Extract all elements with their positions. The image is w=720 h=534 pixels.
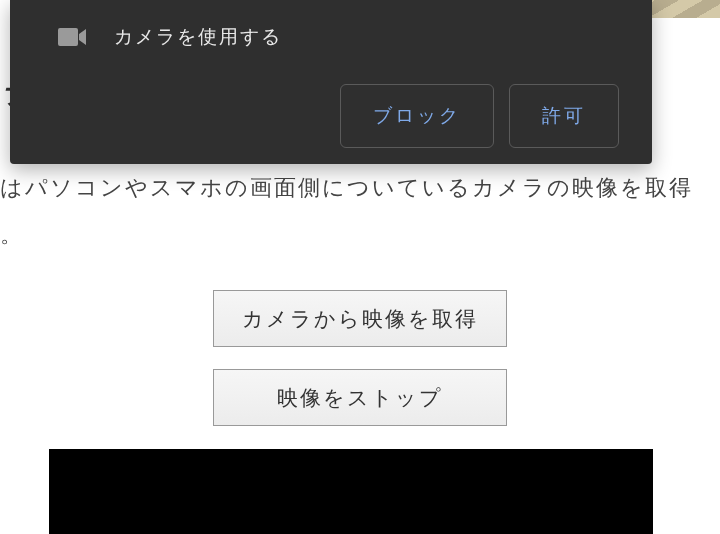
page-description: はパソコンやスマホの画面側についているカメラの映像を取得 [0,173,720,203]
page-description-tail: 。 [0,220,22,250]
block-button[interactable]: ブロック [340,84,494,148]
page-button-column: カメラから映像を取得 映像をストップ [0,290,720,426]
dialog-title: カメラを使用する [114,24,282,50]
get-video-button[interactable]: カメラから映像を取得 [213,290,507,347]
video-preview [49,449,653,534]
camera-permission-dialog: カメラを使用する ブロック 許可 [10,0,652,164]
dialog-button-row: ブロック 許可 [10,74,652,148]
stop-video-button[interactable]: 映像をストップ [213,369,507,426]
camera-icon [58,28,86,46]
decorative-stripe [652,0,720,18]
dialog-header: カメラを使用する [10,0,652,74]
allow-button[interactable]: 許可 [509,84,619,148]
